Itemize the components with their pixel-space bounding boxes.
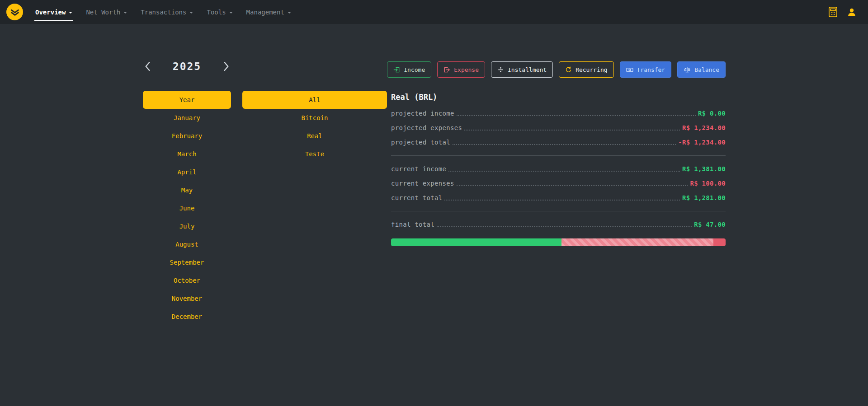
logo-bird-icon: [10, 7, 20, 17]
row-projected-expenses: projected expenses R$ 1,234.00: [391, 121, 726, 135]
nav-net-worth[interactable]: Net Worth: [79, 0, 134, 24]
month-march[interactable]: March: [143, 145, 231, 163]
month-february[interactable]: February: [143, 127, 231, 145]
row-current-income: current income R$ 1,381.00: [391, 162, 726, 176]
cash-transfer-icon: [626, 66, 633, 73]
user-menu-button[interactable]: [846, 7, 857, 18]
row-label: projected expenses: [391, 124, 462, 131]
dotted-leader: [453, 144, 676, 145]
user-icon: [846, 7, 857, 18]
calculator-icon: [829, 7, 837, 17]
prev-year-button[interactable]: [143, 60, 152, 73]
row-value: R$ 1,234.00: [682, 124, 726, 131]
row-label: projected income: [391, 110, 454, 117]
dotted-leader: [448, 171, 680, 172]
income-button[interactable]: Income: [387, 61, 431, 78]
row-label: current total: [391, 194, 442, 201]
nav-transactions[interactable]: Transactions: [134, 0, 200, 24]
row-label: current expenses: [391, 180, 454, 187]
accounts-list: Bitcoin Real Teste: [242, 109, 387, 163]
chevron-down-icon: [123, 12, 127, 14]
month-may[interactable]: May: [143, 181, 231, 199]
next-year-button[interactable]: [222, 60, 231, 73]
chevron-down-icon: [69, 12, 72, 14]
dotted-leader: [457, 185, 688, 186]
account-all-button[interactable]: All: [242, 91, 387, 109]
nav-net-worth-label: Net Worth: [86, 9, 120, 16]
nav-overview-label: Overview: [35, 9, 66, 16]
dotted-leader: [437, 226, 692, 227]
month-july[interactable]: July: [143, 217, 231, 235]
dotted-leader: [457, 115, 696, 116]
main-content: 2025 Year All January February March Apr…: [0, 24, 868, 406]
row-value: R$ 100.00: [690, 180, 726, 187]
account-teste[interactable]: Teste: [242, 145, 387, 163]
transaction-actions: Income Expense Installment: [391, 61, 726, 78]
chevron-down-icon: [229, 12, 233, 14]
period-year-button[interactable]: Year: [143, 91, 231, 109]
chevron-right-icon: [223, 62, 229, 71]
box-arrow-in-right-icon: [393, 66, 400, 73]
income-button-label: Income: [404, 66, 425, 73]
row-label: final total: [391, 221, 434, 228]
scale-icon: [684, 66, 691, 73]
nav-overview[interactable]: Overview: [28, 0, 79, 24]
summary-panel: Income Expense Installment: [391, 61, 726, 246]
expense-button-label: Expense: [454, 66, 479, 73]
year-label: 2025: [173, 61, 201, 72]
month-november[interactable]: November: [143, 289, 231, 308]
app-logo[interactable]: [6, 4, 23, 20]
transfer-button[interactable]: Transfer: [620, 61, 672, 78]
summary-rows: projected income R$ 0.00 projected expen…: [391, 106, 726, 232]
transfer-button-label: Transfer: [637, 66, 665, 73]
nav-management-label: Management: [246, 9, 284, 16]
row-label: projected total: [391, 139, 450, 146]
month-october[interactable]: October: [143, 271, 231, 289]
nav-transactions-label: Transactions: [141, 9, 186, 16]
month-december[interactable]: December: [143, 308, 231, 326]
dotted-leader: [464, 130, 680, 131]
nav-tools-label: Tools: [207, 9, 226, 16]
navbar-right: [829, 7, 862, 18]
calculator-button[interactable]: [829, 7, 837, 17]
main-menu: Overview Net Worth Transactions Tools Ma…: [28, 0, 298, 24]
month-june[interactable]: June: [143, 199, 231, 217]
balance-button[interactable]: Balance: [677, 61, 726, 78]
row-value: -R$ 1,234.00: [678, 139, 726, 146]
year-navigator: 2025: [143, 60, 231, 73]
balance-button-label: Balance: [694, 66, 719, 73]
installment-button[interactable]: Installment: [491, 61, 553, 78]
installment-button-label: Installment: [508, 66, 547, 73]
row-current-total: current total R$ 1,281.00: [391, 191, 726, 205]
row-value: R$ 47.00: [694, 221, 726, 228]
chevron-left-icon: [145, 62, 151, 71]
recurring-button[interactable]: Recurring: [559, 61, 613, 78]
month-august[interactable]: August: [143, 235, 231, 253]
progress-current-expenses-segment: [713, 238, 726, 246]
divide-icon: [497, 66, 504, 73]
chevron-down-icon: [288, 12, 291, 14]
summary-title: Real (BRL): [391, 93, 726, 102]
budget-progress-bar: [391, 238, 726, 246]
expense-button[interactable]: Expense: [437, 61, 485, 78]
box-arrow-right-icon: [443, 66, 450, 73]
account-bitcoin[interactable]: Bitcoin: [242, 109, 387, 127]
dotted-leader: [444, 200, 679, 201]
row-projected-total: projected total -R$ 1,234.00: [391, 135, 726, 149]
divider: [391, 155, 726, 156]
nav-tools[interactable]: Tools: [200, 0, 239, 24]
progress-projected-expenses-segment: [561, 238, 713, 246]
row-value: R$ 0.00: [698, 110, 726, 117]
progress-income-segment: [391, 238, 561, 246]
month-april[interactable]: April: [143, 163, 231, 181]
month-september[interactable]: September: [143, 253, 231, 271]
row-label: current income: [391, 165, 446, 173]
arrow-repeat-icon: [565, 66, 572, 73]
nav-management[interactable]: Management: [240, 0, 298, 24]
top-navbar: Overview Net Worth Transactions Tools Ma…: [0, 0, 868, 24]
month-january[interactable]: January: [143, 109, 231, 127]
account-real[interactable]: Real: [242, 127, 387, 145]
row-current-expenses: current expenses R$ 100.00: [391, 176, 726, 191]
months-list: January February March April May June Ju…: [143, 109, 231, 326]
chevron-down-icon: [189, 12, 193, 14]
